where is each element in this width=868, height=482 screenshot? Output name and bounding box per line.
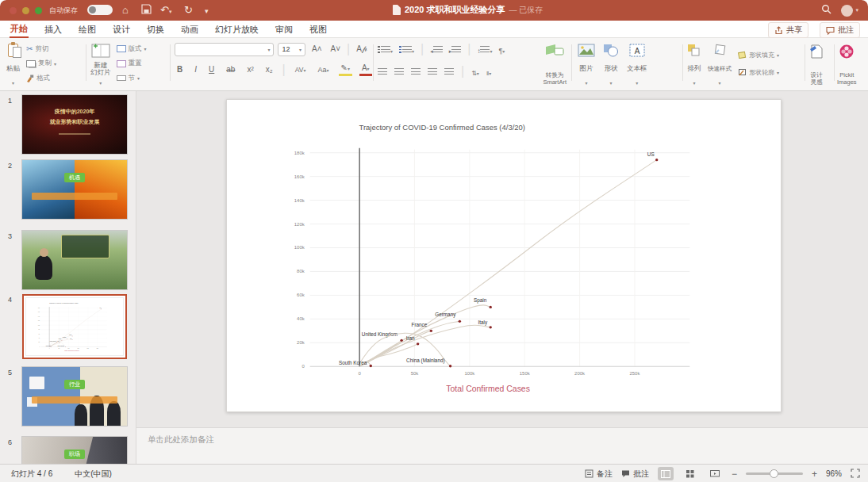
zoom-slider[interactable] <box>746 472 803 475</box>
more-commands-icon[interactable]: ▾ <box>205 5 209 18</box>
svg-text:Iran: Iran <box>406 335 415 341</box>
align-right-button[interactable] <box>411 68 421 75</box>
comments-button[interactable]: 批注 <box>820 22 860 38</box>
bold-button[interactable]: B <box>175 63 185 76</box>
distribute-button[interactable] <box>444 68 454 75</box>
fit-slide-button[interactable] <box>851 469 860 480</box>
bullet-list-button[interactable]: ▾ <box>378 42 393 56</box>
svg-text:A: A <box>634 47 639 55</box>
zoom-out-button[interactable]: − <box>732 469 737 480</box>
close-window-button[interactable] <box>10 7 17 14</box>
arrange-button[interactable]: 排列 ▾ <box>687 41 701 86</box>
tab-home[interactable]: 开始 <box>10 21 29 38</box>
zoom-slider-knob[interactable] <box>770 469 778 478</box>
subscript-button[interactable]: x₂ <box>263 63 275 76</box>
convert-to-smartart-button[interactable]: 转换为SmartArt <box>543 41 567 86</box>
slide-thumbnail-2[interactable]: 机遇 <box>22 160 127 219</box>
slide-thumbnail-6[interactable]: 职场 <box>22 437 127 464</box>
section-button[interactable]: 节▾ <box>117 72 147 84</box>
paste-button[interactable]: 粘贴 ▾ <box>6 41 20 86</box>
character-spacing-button[interactable]: AV▾ <box>293 63 309 77</box>
highlight-color-button[interactable]: ✎▾ <box>339 63 352 76</box>
zoom-window-button[interactable] <box>35 7 42 14</box>
undo-icon[interactable]: ↶▾ <box>160 3 171 18</box>
share-icon <box>774 26 783 35</box>
slide-thumbnail-1[interactable]: 疫情中的2020年就业形势和职业发展 <box>22 95 127 154</box>
design-ideas-button[interactable]: 设计灵感 <box>808 41 824 86</box>
slide-thumbnail-5[interactable]: 行业 <box>22 367 127 426</box>
tab-view[interactable]: 视图 <box>309 22 328 37</box>
columns-button[interactable]: ‖▾ <box>486 64 491 78</box>
comments-toggle-button[interactable]: 批注 <box>621 469 649 480</box>
tab-insert[interactable]: 插入 <box>44 22 63 37</box>
numbered-list-button[interactable]: ▾ <box>399 42 414 56</box>
slide-thumbnail-3[interactable] <box>22 231 127 289</box>
shape-outline-button[interactable]: 形状轮廓▾ <box>738 67 779 78</box>
quick-styles-button[interactable]: 快速样式 ▾ <box>708 41 732 86</box>
home-icon[interactable]: ⌂ <box>122 3 129 17</box>
copy-button[interactable]: 复制▾ <box>26 58 56 70</box>
new-slide-button[interactable]: 新建幻灯片 ▾ <box>90 41 111 86</box>
autosave-toggle[interactable] <box>87 5 113 15</box>
change-case-button[interactable]: Aa▾ <box>316 63 332 77</box>
insert-textbox-button[interactable]: A 文本框 ▾ <box>627 41 647 86</box>
font-size-combo[interactable]: 12▾ <box>278 43 305 56</box>
font-name-combo[interactable]: ▾ <box>175 43 274 56</box>
underline-button[interactable]: U <box>206 63 217 76</box>
normal-view-button[interactable] <box>658 467 674 480</box>
increase-indent-button[interactable]: ▸ <box>449 42 462 56</box>
saved-status[interactable]: — 已保存 <box>509 5 543 16</box>
decrease-indent-button[interactable]: ◂ <box>430 42 443 56</box>
clear-formatting-button[interactable]: A𝓅 <box>354 43 370 55</box>
account-menu[interactable]: ▾ <box>841 5 858 17</box>
slideshow-icon <box>710 470 720 478</box>
cut-button[interactable]: ✂剪切 <box>26 43 56 55</box>
align-left-button[interactable] <box>378 68 387 75</box>
line-spacing-button[interactable]: ↕▾ <box>477 42 492 56</box>
tab-review[interactable]: 审阅 <box>275 22 294 37</box>
strikethrough-button[interactable]: ab <box>224 63 237 76</box>
tab-draw[interactable]: 绘图 <box>78 22 97 37</box>
font-color-button[interactable]: A▾ <box>359 63 372 76</box>
redo-icon[interactable]: ↻ <box>184 3 193 17</box>
zoom-level[interactable]: 96% <box>826 469 842 478</box>
zoom-in-button[interactable]: + <box>812 469 817 480</box>
slideshow-view-button[interactable] <box>707 467 723 480</box>
decrease-font-button[interactable]: A˅ <box>328 43 344 55</box>
increase-font-button[interactable]: A˄ <box>309 43 325 55</box>
align-center-button[interactable] <box>394 68 404 75</box>
format-painter-button[interactable]: 格式 <box>26 72 56 84</box>
layout-button[interactable]: 版式▾ <box>117 43 147 55</box>
notes-toggle-button[interactable]: 备注 <box>585 469 613 480</box>
insert-shapes-button[interactable]: 形状 ▾ <box>603 41 619 86</box>
slide-canvas[interactable]: Trajectory of COVID-19 Confirmed Cases (… <box>226 99 782 412</box>
reset-button[interactable]: 重置 <box>117 58 147 70</box>
tab-animations[interactable]: 动画 <box>180 22 199 37</box>
share-button[interactable]: 共享 <box>768 22 808 38</box>
pickit-images-button[interactable]: PickitImages <box>837 41 857 86</box>
notes-pane[interactable]: 单击此处添加备注 <box>136 427 868 464</box>
minimize-window-button[interactable] <box>22 7 29 14</box>
save-icon[interactable] <box>141 4 152 17</box>
insert-picture-button[interactable]: 图片 ▾ <box>578 41 595 86</box>
text-direction-button[interactable]: ¶▾ <box>498 42 505 56</box>
search-icon[interactable] <box>821 3 832 17</box>
slide-sorter-view-button[interactable] <box>682 467 698 480</box>
tab-design[interactable]: 设计 <box>112 22 131 37</box>
thumb-banner <box>32 193 117 200</box>
svg-text:160k: 160k <box>38 312 40 312</box>
language-indicator[interactable]: 中文(中国) <box>75 469 112 480</box>
tab-slideshow[interactable]: 幻灯片放映 <box>214 22 259 37</box>
svg-text:Germany: Germany <box>435 312 456 318</box>
shape-fill-button[interactable]: 形状填充▾ <box>738 49 779 61</box>
svg-text:120k: 120k <box>38 320 40 321</box>
italic-button[interactable]: I <box>192 63 199 76</box>
textbox-icon: A <box>629 44 645 57</box>
svg-text:Italy: Italy <box>478 319 488 326</box>
slide-thumbnail-4[interactable]: Trajectory of COVID-19 Confirmed Cases (… <box>22 294 127 359</box>
vertical-align-button[interactable]: ⇅▾ <box>471 64 479 78</box>
tab-transitions[interactable]: 切换 <box>146 22 165 37</box>
superscript-button[interactable]: x² <box>244 63 255 76</box>
svg-text:0: 0 <box>49 348 50 349</box>
justify-button[interactable] <box>428 68 437 75</box>
